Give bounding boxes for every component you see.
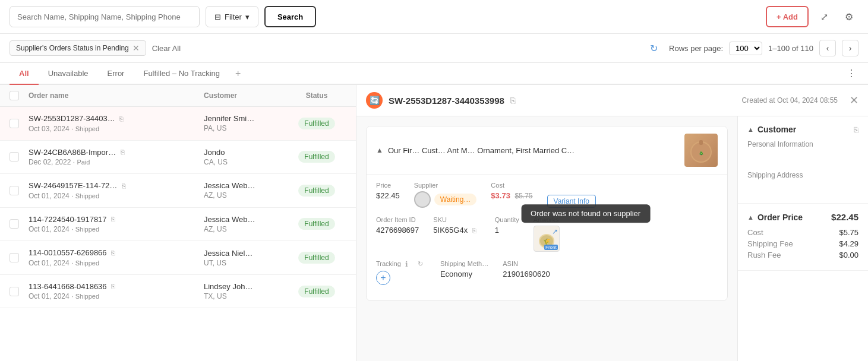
add-button[interactable]: + Add <box>766 6 809 27</box>
sku-value: 5IK65G4x ⎘ <box>433 226 480 235</box>
cost-row: Cost $5.75 <box>747 228 858 237</box>
row-checkbox-0[interactable] <box>10 119 19 128</box>
quantity-field: Quantity 1 <box>495 216 519 252</box>
product-area: ▲ Our Fir… Cust… Ant M… Ornament, First … <box>356 116 737 361</box>
customer-copy-icon[interactable]: ⎘ <box>854 125 858 134</box>
select-all-checkbox[interactable] <box>10 91 19 100</box>
tab-fulfilled-no-tracking[interactable]: Fulfilled – No Tracking <box>134 63 229 85</box>
status-col-header: Status <box>287 91 346 100</box>
row-checkbox-2[interactable] <box>10 186 19 195</box>
quantity-label: Quantity <box>495 216 519 223</box>
filter-icon: ⊟ <box>214 12 221 21</box>
filter-tag-close-icon[interactable]: ✕ <box>132 43 140 53</box>
prev-page-button[interactable]: ‹ <box>819 40 836 56</box>
supplier-waiting-badge: Waiting… <box>434 194 477 205</box>
shipping-fee-value: $4.29 <box>839 239 858 248</box>
settings-icon[interactable]: ⚙ <box>839 7 858 26</box>
order-copy-icon-2[interactable]: ⎘ <box>122 182 130 191</box>
row-checkbox-5[interactable] <box>10 287 19 296</box>
clear-all-button[interactable]: Clear All <box>152 44 181 53</box>
sku-copy-icon[interactable]: ⎘ <box>472 227 481 235</box>
order-row[interactable]: 113-6441668-0418636 ⎘ Oct 01, 2024 · Shi… <box>0 275 356 309</box>
order-copy-icon-5[interactable]: ⎘ <box>111 283 119 291</box>
status-badge-0: Fulfilled <box>298 118 334 129</box>
order-copy-icon-4[interactable]: ⎘ <box>111 249 119 258</box>
order-list: Order name Customer Status SW-2553D1287-… <box>0 85 356 361</box>
detail-order-brand-icon: 🔄 <box>366 92 383 109</box>
order-date-0: Oct 03, 2024 · Shipped <box>29 125 204 133</box>
product-row-1: Price $22.45 Supplier Waiting… <box>376 182 718 208</box>
artworks-thumbnail[interactable]: 🌾 Front ↗ <box>534 226 560 252</box>
customer-location-3: AZ, US <box>204 225 287 233</box>
sku-text: 5IK65G4x <box>433 226 468 235</box>
price-field: Price $22.45 <box>376 182 400 208</box>
shipping-fee-label: Shipping Fee <box>747 239 793 248</box>
rush-fee-row: Rush Fee $0.00 <box>747 251 858 259</box>
search-input[interactable] <box>10 6 200 27</box>
tracking-add-button[interactable]: + <box>376 271 390 285</box>
detail-copy-icon[interactable]: ⎘ <box>510 96 515 105</box>
order-rows-container: SW-2553D1287-34403… ⎘ Oct 03, 2024 · Shi… <box>0 107 356 308</box>
customer-name-2: Jessica Web… <box>204 181 287 190</box>
detail-close-icon[interactable]: ✕ <box>850 94 858 107</box>
cost-label: Cost <box>491 182 532 189</box>
order-row[interactable]: SW-24CB6A86B-Impor… ⎘ Dec 02, 2022 · Pai… <box>0 141 356 175</box>
filter-button[interactable]: ⊟ Filter ▾ <box>206 6 258 27</box>
order-copy-icon-3[interactable]: ⎘ <box>111 216 119 224</box>
artworks-front-label: Front <box>544 245 558 250</box>
main-content: Order name Customer Status SW-2553D1287-… <box>0 85 868 361</box>
refresh-icon[interactable]: ↻ <box>644 39 663 58</box>
tab-more-icon[interactable]: ⋮ <box>844 63 858 84</box>
customer-section-header: ▲ Customer ⎘ <box>747 125 858 134</box>
next-page-button[interactable]: › <box>842 40 858 56</box>
order-row[interactable]: SW-24649157E-114-72… ⎘ Oct 01, 2024 · Sh… <box>0 174 356 208</box>
tab-unavailable[interactable]: Unavailable <box>39 63 98 85</box>
tracking-refresh-icon[interactable]: ↻ <box>418 260 426 268</box>
order-date-4: Oct 01, 2024 · Shipped <box>29 259 204 267</box>
order-row[interactable]: 114-0010557-6269866 ⎘ Oct 01, 2024 · Shi… <box>0 241 356 275</box>
status-badge-1: Fulfilled <box>298 151 334 163</box>
row-checkbox-3[interactable] <box>10 219 19 229</box>
status-badge-5: Fulfilled <box>298 286 334 297</box>
variant-info-button[interactable]: Variant Info <box>547 195 596 208</box>
product-collapse-icon[interactable]: ▲ <box>376 146 383 154</box>
asin-field: ASIN 21901690620 <box>503 260 550 285</box>
list-header: Order name Customer Status <box>0 85 356 107</box>
status-badge-4: Fulfilled <box>298 252 334 264</box>
customer-name-4: Jessica Niel… <box>204 249 287 258</box>
filter-bar: Supplier's Orders Status in Pending ✕ Cl… <box>0 34 868 63</box>
tabs-bar: All Unavailable Error Fulfilled – No Tra… <box>0 63 868 85</box>
customer-section: ▲ Customer ⎘ Personal Information Shippi… <box>738 116 868 204</box>
asin-value: 21901690620 <box>503 270 550 278</box>
tab-all[interactable]: All <box>10 63 39 85</box>
product-details: Order was not found on supplier Price $2… <box>367 174 727 300</box>
order-price-total: $22.45 <box>831 212 858 222</box>
artworks-external-link-icon[interactable]: ↗ <box>552 227 558 236</box>
search-button[interactable]: Search <box>264 6 316 27</box>
row-checkbox-1[interactable] <box>10 152 19 162</box>
price-label: Price <box>376 182 400 189</box>
rows-per-page-select[interactable]: 100 50 25 <box>729 42 762 55</box>
quantity-value: 1 <box>495 226 519 235</box>
order-name-4: 114-0010557-6269866 ⎘ <box>29 248 204 258</box>
order-row[interactable]: 114-7224540-1917817 ⎘ Oct 01, 2024 · Shi… <box>0 208 356 242</box>
tab-error[interactable]: Error <box>98 63 134 85</box>
artworks-field: Artworks 🌾 Front <box>534 216 560 252</box>
detail-header: 🔄 SW-2553D1287-3440353998 ⎘ Created at O… <box>356 85 868 116</box>
cost-value: $3.73 $5.75 <box>491 191 532 200</box>
customer-location-0: PA, US <box>204 124 287 132</box>
row-checkbox-4[interactable] <box>10 253 19 262</box>
order-name-1: SW-24CB6A86B-Impor… ⎘ <box>29 148 204 157</box>
shipping-address-label: Shipping Address <box>747 171 858 179</box>
customer-collapse-icon[interactable]: ▲ <box>747 126 754 133</box>
detail-order-id: SW-2553D1287-3440353998 <box>389 96 504 106</box>
detail-body: ▲ Our Fir… Cust… Ant M… Ornament, First … <box>356 116 868 361</box>
tracking-info-icon[interactable]: ℹ <box>405 260 414 268</box>
order-copy-icon-0[interactable]: ⎘ <box>119 115 128 124</box>
expand-icon[interactable]: ⤢ <box>815 7 834 26</box>
order-copy-icon-1[interactable]: ⎘ <box>121 148 129 157</box>
order-row[interactable]: SW-2553D1287-34403… ⎘ Oct 03, 2024 · Shi… <box>0 107 356 141</box>
filter-label: Filter <box>225 12 242 21</box>
tab-add-icon[interactable]: + <box>229 64 247 84</box>
order-price-collapse-icon[interactable]: ▲ <box>747 214 754 221</box>
